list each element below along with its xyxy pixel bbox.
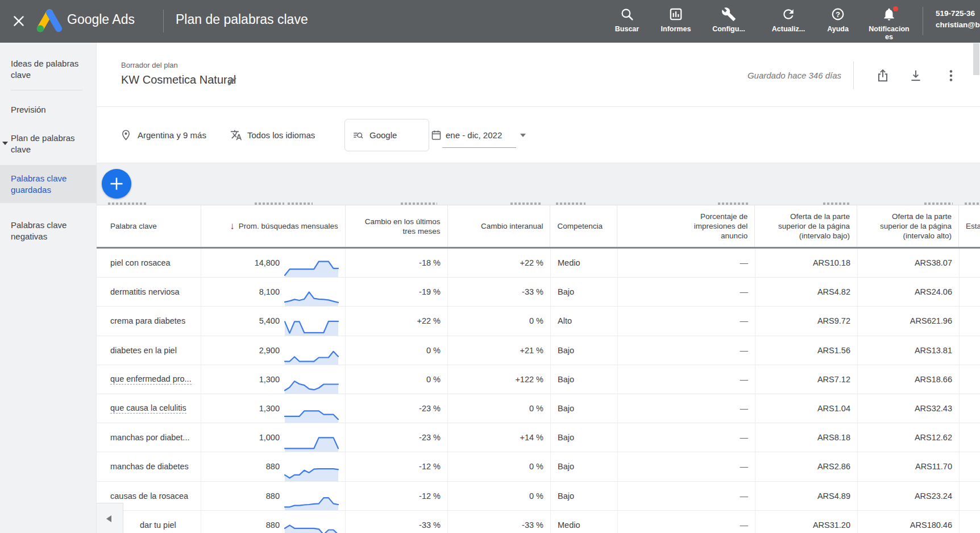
keyword-cell: diabetes en la piel [110, 346, 177, 355]
table-row[interactable]: manchas por diabet...1,000-23 %+14 %Bajo… [97, 423, 980, 452]
table-row[interactable]: dar tu piel880-33 %-33 %Medio—ARS31.20AR… [97, 511, 980, 533]
column-header-9[interactable]: Esta [958, 205, 980, 247]
column-header-6[interactable]: Porcentaje de impresiones del anuncio [617, 205, 754, 247]
add-keywords-button[interactable] [102, 169, 131, 199]
column-header-2[interactable]: ↓Prom. búsquedas mensuales [201, 205, 345, 247]
change-3m-cell: -23 % [419, 433, 441, 442]
page-title: Plan de palabras clave [176, 12, 308, 27]
toolbar-band [97, 163, 980, 205]
bid-high-cell: ARS12.62 [915, 433, 952, 442]
table-row[interactable]: diabetes en la piel2,9000 %+21 %Bajo—ARS… [97, 336, 980, 365]
table-row[interactable]: manchas de diabetes880-12 %0 %Bajo—ARS2.… [97, 452, 980, 481]
keyword-plan-page: Google Ads Plan de palabras clave Buscar… [0, 0, 980, 533]
edit-icon[interactable] [227, 76, 238, 86]
table-row[interactable]: dermatitis nerviosa8,100-19 %-33 %Bajo—A… [97, 278, 980, 307]
change-3m-cell: -23 % [419, 404, 441, 413]
keyword-cell: que causa la celulitis [110, 403, 186, 414]
download-icon[interactable] [908, 68, 923, 83]
plan-draft-label: Borrador del plan [121, 61, 178, 69]
vertical-scrollbar[interactable] [973, 43, 979, 75]
competition-cell: Medio [558, 520, 580, 530]
table-row[interactable]: que enfermedad pro...1,3000 %+122 %Bajo—… [97, 365, 980, 394]
change-3m-cell: +22 % [417, 316, 441, 325]
filter-locations[interactable]: Argentina y 9 más [138, 130, 206, 140]
google-ads-logo-icon [36, 9, 63, 34]
nav-help[interactable]: ?Ayuda [808, 5, 867, 33]
keyword-cell: dar tu piel [140, 520, 176, 530]
table-row[interactable]: piel con rosacea14,800-18 %+22 %Medio—AR… [97, 249, 980, 278]
table-body: piel con rosacea14,800-18 %+22 %Medio—AR… [97, 249, 980, 533]
competition-cell: Medio [558, 258, 580, 267]
ad-impression-cell: — [740, 433, 749, 442]
svg-text:?: ? [836, 10, 840, 19]
caret-down-icon[interactable] [520, 134, 526, 137]
trend-sparkline [284, 346, 339, 365]
trend-sparkline [284, 462, 339, 481]
trend-sparkline [284, 317, 339, 336]
brand-title: Google Ads [67, 12, 135, 27]
column-header-4[interactable]: Cambio interanual [447, 205, 550, 247]
column-header-3[interactable]: Cambio en los últimos tres meses [345, 205, 447, 247]
competition-cell: Alto [558, 316, 572, 325]
filter-languages[interactable]: Todos los idiomas [247, 130, 315, 140]
ad-impression-cell: — [740, 375, 749, 384]
account-info[interactable]: 519-725-36 christian@b [936, 8, 980, 31]
kebab-menu-icon[interactable] [944, 68, 958, 83]
column-header-7[interactable]: Oferta de la parte superior de la página… [754, 205, 857, 247]
column-header-5[interactable]: Competencia [550, 205, 617, 247]
sidebar-item-guardadas[interactable]: Palabras clave guardadas [0, 173, 97, 196]
bid-high-cell: ARS13.81 [915, 346, 952, 355]
keyword-cell: manchas de diabetes [110, 462, 189, 471]
bid-high-cell: ARS24.06 [915, 287, 952, 296]
filter-date-range[interactable]: ene - dic, 2022 [446, 130, 502, 140]
sidebar-item-negativas[interactable]: Palabras clave negativas [0, 220, 97, 242]
keyword-cell: piel con rosacea [110, 258, 171, 267]
change-3m-cell: -12 % [419, 462, 441, 471]
bid-high-cell: ARS180.46 [910, 520, 952, 530]
sidebar-item-prevision[interactable]: Previsión [0, 104, 97, 115]
sort-desc-icon: ↓ [230, 221, 235, 231]
ad-impression-cell: — [740, 316, 749, 325]
nav-settings[interactable]: Configu... [699, 5, 758, 33]
change-yoy-cell: 0 % [529, 404, 543, 413]
bid-low-cell: ARS4.89 [817, 491, 850, 501]
table-row[interactable]: crema para diabetes5,400+22 %0 %Alto—ARS… [97, 307, 980, 336]
share-icon[interactable] [875, 68, 890, 83]
change-yoy-cell: -33 % [522, 287, 543, 296]
bid-low-cell: ARS31.20 [813, 520, 850, 530]
bid-high-cell: ARS11.70 [915, 462, 952, 471]
language-icon [230, 129, 242, 141]
table-row[interactable]: causas de la rosacea880-12 %0 %Bajo—ARS4… [97, 482, 980, 511]
change-3m-cell: 0 % [426, 375, 441, 384]
change-yoy-cell: +22 % [520, 258, 543, 267]
competition-cell: Bajo [558, 462, 574, 471]
sidebar-item-ideas[interactable]: Ideas de palabras clave [0, 58, 97, 81]
scroll-left-button[interactable] [97, 503, 123, 533]
volume-cell: 880 [266, 491, 280, 501]
notification-badge [893, 6, 898, 11]
close-icon[interactable] [11, 14, 26, 28]
trend-sparkline [284, 375, 339, 394]
column-header-1[interactable]: Palabra clave [97, 205, 201, 247]
plan-title: KW Cosmetica Natural [121, 73, 236, 86]
competition-cell: Bajo [558, 433, 574, 442]
trend-sparkline [284, 287, 339, 306]
arrow-left-icon [106, 515, 111, 522]
keyword-cell: crema para diabetes [110, 316, 185, 325]
date-underline [442, 147, 516, 148]
bid-low-cell: ARS7.12 [817, 375, 850, 384]
sidebar-divider [11, 90, 82, 90]
volume-cell: 1,000 [259, 433, 280, 442]
nav-reports[interactable]: Informes [646, 5, 705, 33]
change-yoy-cell: +122 % [515, 375, 543, 384]
keyword-cell: dermatitis nerviosa [110, 287, 180, 296]
column-header-8[interactable]: Oferta de la parte superior de la página… [857, 205, 958, 247]
sidebar-item-plan[interactable]: Plan de palabras clave [0, 133, 97, 155]
topbar-account-divider [923, 7, 923, 35]
calendar-icon [430, 129, 442, 141]
ad-impression-cell: — [740, 520, 749, 530]
plus-icon [109, 176, 124, 192]
nav-notifications[interactable]: Notificaciones [859, 5, 919, 41]
table-row[interactable]: que causa la celulitis1,300-23 %0 %Bajo—… [97, 394, 980, 423]
settings-icon [699, 5, 758, 23]
